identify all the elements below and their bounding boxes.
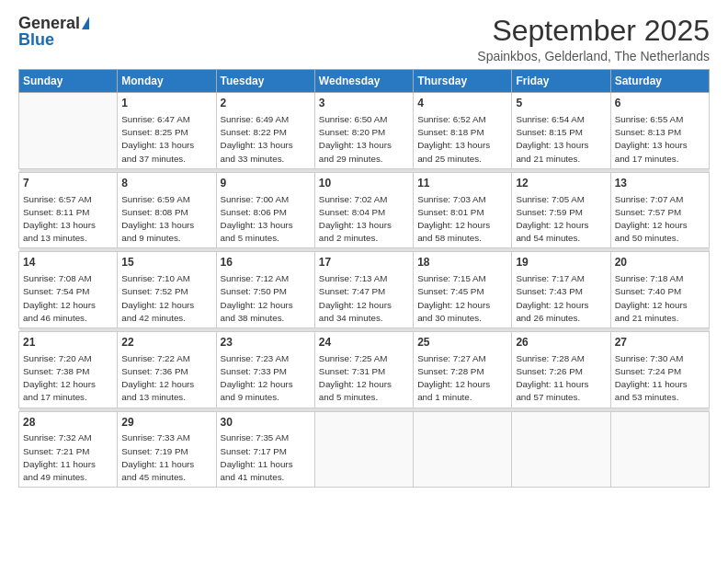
header-day-monday: Monday — [118, 70, 216, 93]
calendar: SundayMondayTuesdayWednesdayThursdayFrid… — [18, 69, 710, 488]
date-number: 21 — [23, 335, 113, 350]
header-day-friday: Friday — [512, 70, 610, 93]
cell-details: Sunrise: 6:54 AM Sunset: 8:15 PM Dayligh… — [516, 113, 606, 166]
cell-details: Sunrise: 7:33 AM Sunset: 7:19 PM Dayligh… — [121, 431, 211, 484]
calendar-cell: 7Sunrise: 6:57 AM Sunset: 8:11 PM Daylig… — [19, 172, 118, 248]
calendar-cell: 3Sunrise: 6:50 AM Sunset: 8:20 PM Daylig… — [314, 93, 413, 169]
date-number: 25 — [417, 335, 507, 350]
cell-details: Sunrise: 7:15 AM Sunset: 7:45 PM Dayligh… — [417, 272, 507, 325]
calendar-cell: 24Sunrise: 7:25 AM Sunset: 7:31 PM Dayli… — [314, 332, 413, 408]
cell-details: Sunrise: 6:52 AM Sunset: 8:18 PM Dayligh… — [417, 113, 507, 166]
date-number: 18 — [417, 255, 507, 270]
cell-details: Sunrise: 6:50 AM Sunset: 8:20 PM Dayligh… — [319, 113, 409, 166]
calendar-week-row: 28Sunrise: 7:32 AM Sunset: 7:21 PM Dayli… — [19, 411, 710, 488]
date-number: 2 — [221, 96, 311, 111]
logo-general: General — [18, 15, 80, 31]
cell-details: Sunrise: 6:55 AM Sunset: 8:13 PM Dayligh… — [615, 113, 705, 166]
calendar-cell: 12Sunrise: 7:05 AM Sunset: 7:59 PM Dayli… — [512, 172, 610, 248]
date-number: 6 — [615, 96, 705, 111]
calendar-cell — [314, 411, 413, 488]
calendar-cell — [19, 93, 118, 169]
calendar-cell: 30Sunrise: 7:35 AM Sunset: 7:17 PM Dayli… — [216, 411, 314, 488]
calendar-cell: 9Sunrise: 7:00 AM Sunset: 8:06 PM Daylig… — [216, 172, 314, 248]
date-number: 4 — [417, 96, 507, 111]
calendar-cell: 29Sunrise: 7:33 AM Sunset: 7:19 PM Dayli… — [118, 411, 216, 488]
calendar-cell: 6Sunrise: 6:55 AM Sunset: 8:13 PM Daylig… — [610, 93, 709, 169]
header-day-wednesday: Wednesday — [314, 70, 413, 93]
date-number: 1 — [121, 96, 211, 111]
calendar-header-row: SundayMondayTuesdayWednesdayThursdayFrid… — [19, 70, 710, 93]
calendar-cell: 20Sunrise: 7:18 AM Sunset: 7:40 PM Dayli… — [610, 252, 709, 328]
date-number: 12 — [516, 176, 606, 191]
header-day-sunday: Sunday — [19, 70, 118, 93]
date-number: 14 — [23, 255, 113, 270]
calendar-week-row: 1Sunrise: 6:47 AM Sunset: 8:25 PM Daylig… — [19, 93, 710, 169]
date-number: 23 — [221, 335, 311, 350]
cell-details: Sunrise: 7:30 AM Sunset: 7:24 PM Dayligh… — [615, 352, 705, 405]
calendar-week-row: 7Sunrise: 6:57 AM Sunset: 8:11 PM Daylig… — [19, 172, 710, 248]
header-day-tuesday: Tuesday — [216, 70, 314, 93]
main-title: September 2025 — [477, 15, 710, 47]
cell-details: Sunrise: 7:20 AM Sunset: 7:38 PM Dayligh… — [23, 352, 113, 405]
date-number: 30 — [221, 415, 311, 431]
calendar-cell: 11Sunrise: 7:03 AM Sunset: 8:01 PM Dayli… — [414, 172, 512, 248]
logo: General Blue — [18, 15, 89, 48]
cell-details: Sunrise: 7:03 AM Sunset: 8:01 PM Dayligh… — [417, 193, 507, 246]
cell-details: Sunrise: 7:13 AM Sunset: 7:47 PM Dayligh… — [319, 272, 409, 325]
calendar-cell: 26Sunrise: 7:28 AM Sunset: 7:26 PM Dayli… — [512, 332, 610, 408]
header-day-saturday: Saturday — [610, 70, 709, 93]
date-number: 24 — [319, 335, 409, 350]
date-number: 20 — [615, 255, 705, 270]
calendar-cell: 19Sunrise: 7:17 AM Sunset: 7:43 PM Dayli… — [512, 252, 610, 328]
logo-triangle-icon — [82, 17, 89, 29]
cell-details: Sunrise: 6:47 AM Sunset: 8:25 PM Dayligh… — [121, 113, 211, 166]
cell-details: Sunrise: 7:32 AM Sunset: 7:21 PM Dayligh… — [23, 431, 113, 484]
cell-details: Sunrise: 7:35 AM Sunset: 7:17 PM Dayligh… — [221, 431, 311, 484]
calendar-cell — [610, 411, 709, 488]
cell-details: Sunrise: 7:28 AM Sunset: 7:26 PM Dayligh… — [516, 352, 606, 405]
date-number: 29 — [121, 415, 211, 431]
calendar-cell: 22Sunrise: 7:22 AM Sunset: 7:36 PM Dayli… — [118, 332, 216, 408]
date-number: 7 — [23, 176, 113, 191]
cell-details: Sunrise: 7:07 AM Sunset: 7:57 PM Dayligh… — [615, 193, 705, 246]
date-number: 9 — [221, 176, 311, 191]
date-number: 3 — [319, 96, 409, 111]
date-number: 19 — [516, 255, 606, 270]
calendar-cell: 15Sunrise: 7:10 AM Sunset: 7:52 PM Dayli… — [118, 252, 216, 328]
calendar-cell: 25Sunrise: 7:27 AM Sunset: 7:28 PM Dayli… — [414, 332, 512, 408]
date-number: 5 — [516, 96, 606, 111]
date-number: 16 — [221, 255, 311, 270]
cell-details: Sunrise: 7:00 AM Sunset: 8:06 PM Dayligh… — [221, 193, 311, 246]
page: General Blue September 2025 Spainkbos, G… — [0, 0, 728, 563]
title-block: September 2025 Spainkbos, Gelderland, Th… — [477, 15, 710, 63]
calendar-cell: 27Sunrise: 7:30 AM Sunset: 7:24 PM Dayli… — [610, 332, 709, 408]
calendar-cell: 28Sunrise: 7:32 AM Sunset: 7:21 PM Dayli… — [19, 411, 118, 488]
cell-details: Sunrise: 7:18 AM Sunset: 7:40 PM Dayligh… — [615, 272, 705, 325]
cell-details: Sunrise: 7:05 AM Sunset: 7:59 PM Dayligh… — [516, 193, 606, 246]
date-number: 27 — [615, 335, 705, 350]
calendar-cell: 17Sunrise: 7:13 AM Sunset: 7:47 PM Dayli… — [314, 252, 413, 328]
calendar-cell — [414, 411, 512, 488]
calendar-cell: 13Sunrise: 7:07 AM Sunset: 7:57 PM Dayli… — [610, 172, 709, 248]
calendar-cell: 14Sunrise: 7:08 AM Sunset: 7:54 PM Dayli… — [19, 252, 118, 328]
date-number: 28 — [23, 415, 113, 431]
cell-details: Sunrise: 7:12 AM Sunset: 7:50 PM Dayligh… — [221, 272, 311, 325]
date-number: 17 — [319, 255, 409, 270]
calendar-week-row: 14Sunrise: 7:08 AM Sunset: 7:54 PM Dayli… — [19, 252, 710, 328]
calendar-cell: 5Sunrise: 6:54 AM Sunset: 8:15 PM Daylig… — [512, 93, 610, 169]
cell-details: Sunrise: 7:08 AM Sunset: 7:54 PM Dayligh… — [23, 272, 113, 325]
date-number: 26 — [516, 335, 606, 350]
cell-details: Sunrise: 6:57 AM Sunset: 8:11 PM Dayligh… — [23, 193, 113, 246]
cell-details: Sunrise: 7:25 AM Sunset: 7:31 PM Dayligh… — [319, 352, 409, 405]
date-number: 8 — [121, 176, 211, 191]
calendar-cell: 8Sunrise: 6:59 AM Sunset: 8:08 PM Daylig… — [118, 172, 216, 248]
calendar-cell: 16Sunrise: 7:12 AM Sunset: 7:50 PM Dayli… — [216, 252, 314, 328]
date-number: 10 — [319, 176, 409, 191]
header-day-thursday: Thursday — [414, 70, 512, 93]
calendar-cell: 10Sunrise: 7:02 AM Sunset: 8:04 PM Dayli… — [314, 172, 413, 248]
logo-blue: Blue — [18, 31, 54, 48]
cell-details: Sunrise: 7:17 AM Sunset: 7:43 PM Dayligh… — [516, 272, 606, 325]
calendar-cell: 4Sunrise: 6:52 AM Sunset: 8:18 PM Daylig… — [414, 93, 512, 169]
subtitle: Spainkbos, Gelderland, The Netherlands — [477, 49, 710, 63]
date-number: 15 — [121, 255, 211, 270]
